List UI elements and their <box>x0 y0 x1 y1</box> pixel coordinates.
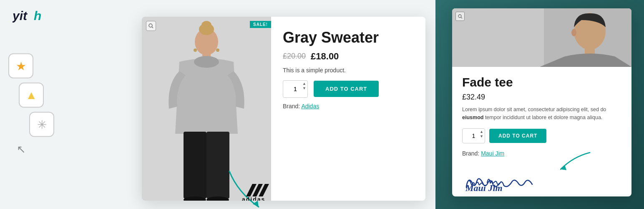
quantity-input[interactable]: 1 ▲ ▼ <box>283 80 308 98</box>
fade-tee-qty-down[interactable]: ▼ <box>480 134 483 139</box>
maui-jim-signature-area: Maui Jim <box>452 171 631 192</box>
svg-text:Maui Jim: Maui Jim <box>465 183 503 192</box>
triangle-icon: ▲ <box>25 89 37 102</box>
yith-logo: yit h <box>13 8 46 23</box>
svg-line-22 <box>461 17 462 18</box>
fade-tee-add-to-cart-button[interactable]: ADD TO CART <box>489 129 546 143</box>
svg-point-9 <box>194 56 219 68</box>
sale-price: £18.00 <box>311 51 339 62</box>
quantity-cart-row: 1 ▲ ▼ ADD TO CART <box>283 80 414 98</box>
gray-sweater-card: SALE! <box>142 17 425 201</box>
fade-tee-price: £32.49 <box>462 93 621 102</box>
decorative-icons: ★ ▲ ✳ ↖ <box>8 54 54 156</box>
zoom-icon[interactable] <box>146 21 156 31</box>
svg-text:yit: yit <box>13 9 28 23</box>
adidas-logo-svg: adidas <box>238 176 275 201</box>
svg-point-14 <box>194 48 197 52</box>
fade-tee-description: Lorem ipsum dolor sit amet, consectetur … <box>462 106 621 122</box>
fade-tee-brand-link[interactable]: Maui Jim <box>481 150 504 157</box>
original-price: £20.00 <box>283 52 306 61</box>
svg-rect-10 <box>184 132 206 199</box>
svg-point-7 <box>201 21 211 29</box>
qty-up-arrow[interactable]: ▲ <box>302 82 306 86</box>
fade-tee-content: Fade tee £32.49 Lorem ipsum dolor sit am… <box>452 67 631 171</box>
snowflake-icon: ✳ <box>37 117 47 131</box>
brand-label: Brand: <box>283 103 300 110</box>
gray-sweater-details: Gray Sweater £20.00 £18.00 This is a sim… <box>271 17 425 201</box>
brand-adidas-link[interactable]: Adidas <box>301 103 319 110</box>
fade-tee-zoom-icon[interactable] <box>455 12 465 21</box>
logo-svg: yit h <box>13 8 46 23</box>
svg-point-26 <box>571 29 576 36</box>
gray-sweater-title: Gray Sweater <box>283 29 414 46</box>
svg-line-3 <box>152 27 153 28</box>
star-icon-box: ★ <box>8 54 33 79</box>
fade-tee-brand-label: Brand: <box>462 150 479 157</box>
svg-point-15 <box>216 48 219 52</box>
arrow-to-maui-jim <box>556 148 598 173</box>
svg-point-21 <box>458 15 461 18</box>
gray-sweater-price: £20.00 £18.00 <box>283 51 414 62</box>
svg-text:adidas: adidas <box>242 196 265 201</box>
svg-text:h: h <box>34 9 41 23</box>
fade-tee-qty-up[interactable]: ▲ <box>480 130 483 134</box>
fade-tee-qty-value: 1 <box>472 133 475 139</box>
fade-tee-quantity-input[interactable]: 1 ▲ ▼ <box>462 128 485 143</box>
fade-tee-image-area <box>452 8 631 67</box>
svg-point-2 <box>149 24 152 27</box>
maui-jim-signature-svg: Maui Jim <box>462 171 546 192</box>
add-to-cart-button[interactable]: ADD TO CART <box>314 81 379 97</box>
gray-sweater-brand: Brand: Adidas <box>283 103 414 110</box>
fade-tee-qty-row: 1 ▲ ▼ ADD TO CART <box>462 128 621 143</box>
fade-tee-title: Fade tee <box>462 75 621 89</box>
qty-down-arrow[interactable]: ▼ <box>302 86 306 91</box>
adidas-logo-area: adidas <box>238 176 275 209</box>
triangle-icon-box: ▲ <box>19 83 44 108</box>
star-icon: ★ <box>16 59 26 73</box>
fade-tee-model-svg <box>452 8 631 67</box>
sale-badge: SALE! <box>250 21 271 28</box>
gray-sweater-description: This is a simple product. <box>283 67 414 74</box>
fade-tee-card: Fade tee £32.49 Lorem ipsum dolor sit am… <box>452 8 631 196</box>
cursor-icon: ↖ <box>17 143 54 156</box>
snowflake-icon-box: ✳ <box>29 112 54 137</box>
